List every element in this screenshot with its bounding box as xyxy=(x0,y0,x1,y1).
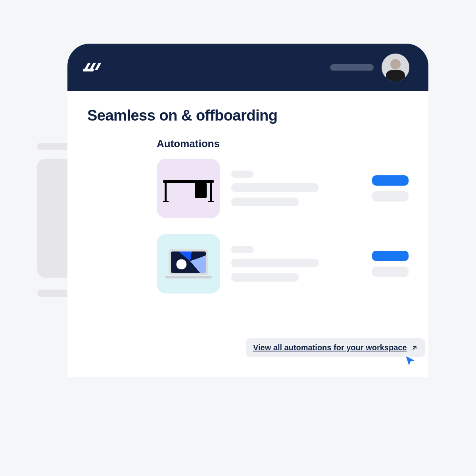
titlebar xyxy=(67,44,428,91)
svg-rect-3 xyxy=(83,69,94,71)
automation-thumb-laptop[interactable] xyxy=(157,234,220,294)
placeholder-line xyxy=(231,259,319,267)
app-window: Seamless on & offboarding Automations xyxy=(67,44,428,377)
automation-thumb-desk[interactable] xyxy=(157,159,220,218)
secondary-action-button[interactable] xyxy=(372,267,409,277)
brand-logo-icon xyxy=(83,57,105,78)
svg-marker-2 xyxy=(95,63,102,70)
placeholder-line xyxy=(231,198,299,206)
view-all-label: View all automations for your workspace xyxy=(253,343,407,352)
desk-icon xyxy=(163,175,214,202)
placeholder-line xyxy=(231,171,253,178)
automation-row xyxy=(157,159,409,218)
avatar[interactable] xyxy=(382,54,409,81)
automation-row xyxy=(157,234,409,294)
section-title: Automations xyxy=(157,138,409,150)
page-title: Seamless on & offboarding xyxy=(87,107,409,124)
laptop-icon xyxy=(163,247,214,281)
placeholder-line xyxy=(231,273,299,282)
titlebar-placeholder xyxy=(330,64,374,71)
automation-text-placeholder xyxy=(231,246,361,282)
view-all-automations-link[interactable]: View all automations for your workspace xyxy=(246,338,425,357)
automation-text-placeholder xyxy=(231,171,361,206)
external-link-icon xyxy=(411,344,418,351)
primary-action-button[interactable] xyxy=(372,175,409,186)
automation-list xyxy=(157,159,409,294)
placeholder-line xyxy=(231,183,319,192)
secondary-action-button[interactable] xyxy=(372,191,409,202)
primary-action-button[interactable] xyxy=(372,251,409,261)
cursor-icon xyxy=(402,353,419,370)
placeholder-line xyxy=(231,246,253,253)
